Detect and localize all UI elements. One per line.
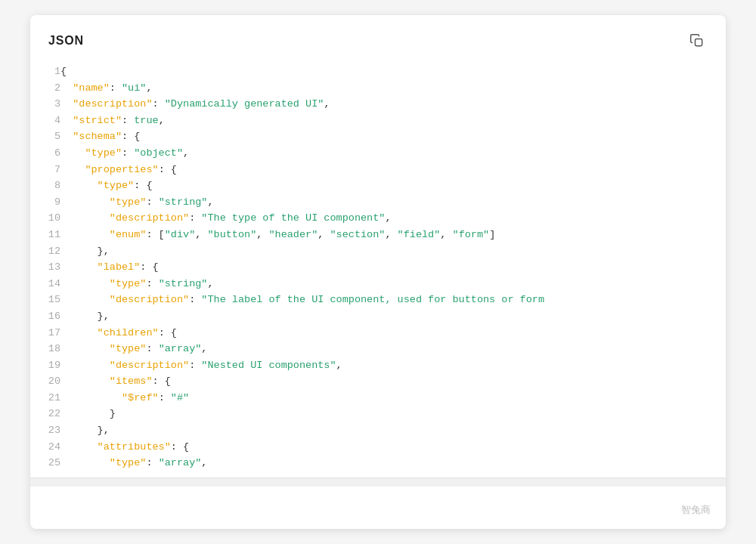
line-number: 8 [30,178,60,194]
code-token: "ui" [122,82,146,94]
code-token: , [146,82,152,94]
code-token: "The label of the UI component, used for… [201,294,544,305]
line-number: 7 [30,162,60,178]
code-area: 1{2 "name": "ui",3 "description": "Dynam… [30,63,726,487]
code-token: "form" [453,229,490,240]
watermark: 智兔商 [681,503,711,517]
code-line: "type": "string", [60,276,726,292]
table-row: 16 }, [30,308,726,325]
code-line: "strict": true, [60,113,726,129]
code-token: "description" [110,212,189,224]
line-number: 20 [30,373,60,390]
code-line: "description": "The type of the UI compo… [60,210,726,227]
copy-button[interactable] [686,30,708,51]
code-token: "strict" [73,115,122,126]
code-token [60,311,98,322]
code-token: : { [153,376,171,387]
json-title: JSON [48,34,84,48]
code-token: "#" [171,392,189,403]
code-token [60,131,73,142]
line-number: 24 [30,439,60,456]
code-line: "$ref": "#" [60,390,726,406]
code-token [60,164,85,175]
code-token: "The type of the UI component" [201,212,385,224]
line-number: 18 [30,341,60,357]
code-line: "attributes": { [60,439,726,456]
code-token: "object" [134,147,183,159]
code-token: , [385,229,397,240]
json-viewer: JSON 1{2 "name": "ui",3 "description": "… [30,15,726,529]
code-token: true [134,115,158,126]
line-number: 14 [30,276,60,292]
code-token [60,246,98,257]
line-number: 22 [30,406,60,422]
code-line: } [60,406,726,422]
code-token [60,115,73,126]
json-header: JSON [30,30,726,63]
code-token: "children" [98,327,159,338]
table-row: 1{ [30,63,726,80]
code-token: : { [159,327,177,338]
code-line: "type": "string", [60,194,726,211]
code-token [60,212,110,224]
code-line: { [60,63,726,80]
code-token [60,376,110,387]
code-token: "description" [110,360,189,371]
code-line: "name": "ui", [60,80,726,97]
table-row: 23 }, [30,422,726,439]
code-token: , [201,343,207,354]
code-token: "div" [165,229,196,240]
line-number: 12 [30,243,60,260]
code-token [60,278,110,289]
table-row: 25 "type": "array", [30,455,726,471]
code-token: : [189,360,201,371]
code-token: , [440,229,452,240]
code-token: }, [98,246,110,257]
code-line: "description": "Nested UI components", [60,357,726,374]
horizontal-scrollbar[interactable] [30,478,726,487]
code-token: : [146,343,158,354]
code-token: "field" [398,229,441,240]
line-number: 3 [30,96,60,113]
code-token: "Nested UI components" [201,360,336,371]
code-token: "type" [98,180,135,191]
line-number: 10 [30,210,60,227]
code-line: }, [60,243,726,260]
code-line: "enum": ["div", "button", "header", "sec… [60,227,726,243]
table-row: 11 "enum": ["div", "button", "header", "… [30,227,726,243]
code-token: , [207,278,213,289]
code-line: }, [60,308,726,325]
line-number: 25 [30,455,60,471]
code-line: "type": { [60,178,726,194]
code-token: : { [122,131,140,142]
code-token: : [122,115,134,126]
code-token: "type" [110,457,147,468]
code-token [60,229,110,240]
line-number: 1 [30,63,60,80]
code-token: "header" [268,229,318,240]
code-token: , [207,196,213,208]
table-row: 24 "attributes": { [30,439,726,456]
table-row: 5 "schema": { [30,128,726,145]
line-number: 13 [30,259,60,276]
code-token: "section" [330,229,385,240]
table-row: 8 "type": { [30,178,726,194]
line-number: 6 [30,145,60,162]
code-token [60,457,110,468]
code-token: ] [489,229,495,240]
code-token: "description" [73,98,152,110]
code-token: : { [134,180,152,191]
code-token: "$ref" [122,392,159,403]
code-token: }, [98,311,110,322]
code-token: , [201,457,207,468]
code-token: "array" [159,457,202,468]
table-row: 9 "type": "string", [30,194,726,211]
code-scroll[interactable]: 1{2 "name": "ui",3 "description": "Dynam… [30,63,726,478]
code-token: "string" [159,278,208,289]
code-token: "button" [207,229,256,240]
table-row: 21 "$ref": "#" [30,390,726,406]
code-token [60,343,110,354]
code-token: : [110,82,122,94]
code-token [60,327,98,338]
line-number: 16 [30,308,60,325]
